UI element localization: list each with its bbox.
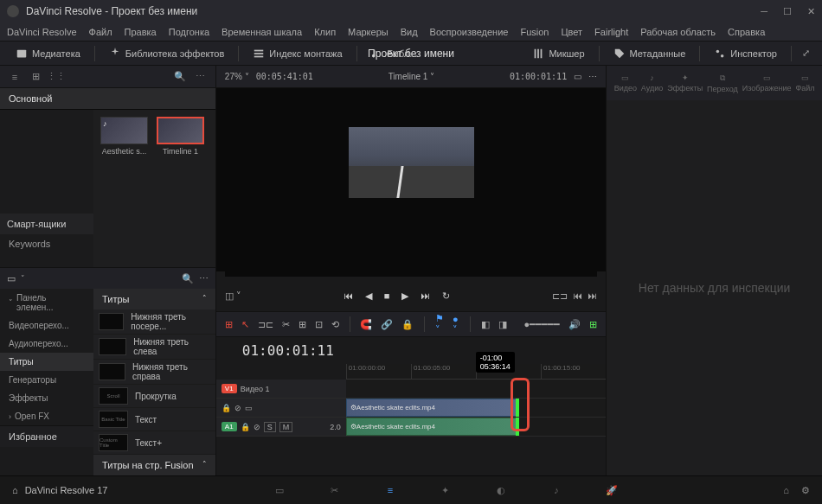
sort-button[interactable]: ⋮⋮ xyxy=(48,69,64,85)
match-frame-button[interactable]: ⊏⊐ xyxy=(552,290,568,302)
mixer-toggle[interactable]: Микшер xyxy=(525,45,591,62)
disable-icon[interactable]: ⊘ xyxy=(234,404,241,412)
mute-button[interactable]: M xyxy=(279,422,293,432)
tab-image[interactable]: ▭Изображение xyxy=(742,73,792,93)
effect-item[interactable]: Нижняя треть посере... xyxy=(93,309,215,335)
zoom-slider[interactable]: ●━━━━━ xyxy=(524,319,561,330)
overwrite-button[interactable]: ⊡ xyxy=(315,319,323,330)
effect-item[interactable]: Нижняя треть справа xyxy=(93,360,215,385)
menu-timeline[interactable]: Временная шкала xyxy=(222,27,302,37)
favorites-section[interactable]: Избранное xyxy=(0,425,93,447)
page-color[interactable]: ◐ xyxy=(491,480,511,501)
nav-effects[interactable]: Эффекты xyxy=(0,389,93,407)
lock-icon[interactable]: 🔒 xyxy=(222,404,231,412)
marker-dropdown[interactable]: ● ˅ xyxy=(453,314,459,335)
link-button[interactable]: 🔗 xyxy=(381,319,393,330)
effect-item[interactable]: Custom TitleТекст+ xyxy=(93,431,215,455)
page-deliver[interactable]: 🚀 xyxy=(601,480,622,501)
clip-thumb-timeline[interactable]: Timeline 1 xyxy=(157,117,204,156)
lock-button[interactable]: 🔒 xyxy=(401,319,414,330)
stop-button[interactable]: ■ xyxy=(384,290,390,301)
lock-icon[interactable]: 🔒 xyxy=(241,423,250,431)
search-icon[interactable]: 🔍 xyxy=(182,273,194,284)
viewer-mode-button[interactable]: ▭ xyxy=(574,72,581,81)
zoom-dropdown[interactable]: 27% ˅ xyxy=(225,72,249,81)
search-icon[interactable]: 🔍 xyxy=(172,69,188,85)
timeline-clip-video[interactable]: ⚙ Aesthetic skate edits.mp4 xyxy=(346,399,519,417)
track-header-a1[interactable]: A1 🔒 ⊘ S M 2.0 xyxy=(216,418,346,436)
bin-tab-main[interactable]: Основной xyxy=(0,88,215,110)
nav-toolbox[interactable]: ˅Панель элемен... xyxy=(0,289,93,316)
last-frame-button[interactable]: ⏭ xyxy=(421,290,430,301)
viewer-options-icon[interactable]: ⋯ xyxy=(588,72,597,81)
menu-markers[interactable]: Маркеры xyxy=(348,27,389,37)
effect-item[interactable]: ScrollПрокрутка xyxy=(93,385,215,408)
track-controls-v1[interactable]: 🔒 ⊘ ▭ xyxy=(216,399,346,417)
list-view-button[interactable]: ≡ xyxy=(7,69,22,85)
chevron-down-icon[interactable]: ˅ xyxy=(21,274,25,283)
clip-color-button[interactable]: ◧ xyxy=(481,319,490,330)
volume-icon[interactable]: 🔊 xyxy=(568,319,581,330)
nav-titles[interactable]: Титры xyxy=(0,353,93,371)
options-icon[interactable]: ⋯ xyxy=(193,69,209,85)
minimize-button[interactable]: ─ xyxy=(761,6,767,17)
solo-button[interactable]: S xyxy=(264,422,276,432)
expand-icon[interactable]: ⤢ xyxy=(799,48,813,59)
tab-audio[interactable]: ♪Аудио xyxy=(641,73,663,93)
clip-thumb[interactable]: ♪ Aesthetic s... xyxy=(100,117,148,156)
menu-edit[interactable]: Правка xyxy=(125,27,157,37)
trim-tool[interactable]: ⊐⊏ xyxy=(258,319,273,330)
viewer[interactable] xyxy=(216,88,606,271)
menu-davinci[interactable]: DaVinci Resolve xyxy=(7,27,77,37)
nav-generators[interactable]: Генераторы xyxy=(0,371,93,389)
first-frame-button[interactable]: ⏮ xyxy=(344,290,353,301)
tab-effects[interactable]: ✦Эффекты xyxy=(667,73,703,93)
timeline-view-icon[interactable]: ⊞ xyxy=(225,319,233,330)
menu-file[interactable]: Файл xyxy=(89,27,112,37)
project-manager-icon[interactable]: ⌂ xyxy=(783,485,789,496)
menu-playback[interactable]: Воспроизведение xyxy=(430,27,509,37)
close-button[interactable]: ✕ xyxy=(807,6,815,17)
blade-tool[interactable]: ✂ xyxy=(282,319,290,330)
effects-view-icon[interactable]: ▭ xyxy=(7,273,16,284)
tab-transition[interactable]: ⧉Переход xyxy=(707,73,738,93)
crop-tool-icon[interactable]: ◫ ˅ xyxy=(225,290,241,302)
page-media[interactable]: ▭ xyxy=(269,480,290,501)
snap-button[interactable]: 🧲 xyxy=(360,319,372,330)
menu-trim[interactable]: Подгонка xyxy=(169,27,209,37)
tab-video[interactable]: ▭Видео xyxy=(614,73,637,93)
loop-button[interactable]: ↻ xyxy=(442,290,450,302)
insert-button[interactable]: ⊞ xyxy=(299,319,306,330)
play-reverse-button[interactable]: ◀ xyxy=(365,290,372,302)
menu-clip[interactable]: Клип xyxy=(314,27,336,37)
track-header-v1[interactable]: V1 Видео 1 xyxy=(216,380,346,398)
timeline-clip-audio[interactable]: ⚙ Aesthetic skate edits.mp4 xyxy=(346,418,519,436)
menu-color[interactable]: Цвет xyxy=(561,27,582,37)
page-cut[interactable]: ✂ xyxy=(324,480,345,501)
smartbins-header[interactable]: Смарт-ящики xyxy=(0,214,93,234)
smartbin-keywords[interactable]: Keywords xyxy=(0,234,93,253)
options-icon[interactable]: ⋯ xyxy=(199,273,209,284)
nav-openfx[interactable]: ›Open FX xyxy=(0,407,93,425)
timeline-selector[interactable]: Timeline 1 ˅ xyxy=(389,72,435,81)
menu-fairlight[interactable]: Fairlight xyxy=(594,27,628,37)
menu-workspace[interactable]: Рабочая область xyxy=(640,27,716,37)
nav-audio-transitions[interactable]: Аудиоперехо... xyxy=(0,335,93,353)
menu-view[interactable]: Вид xyxy=(401,27,418,37)
home-icon[interactable]: ⌂ xyxy=(12,485,18,495)
menu-fusion[interactable]: Fusion xyxy=(520,27,549,37)
metadata-toggle[interactable]: Метаданные xyxy=(607,45,693,62)
nav-video-transitions[interactable]: Видеоперехо... xyxy=(0,316,93,335)
replace-button[interactable]: ⟲ xyxy=(331,319,339,330)
prev-edit-button[interactable]: ⏮ xyxy=(573,290,582,301)
disable-icon[interactable]: ⊘ xyxy=(254,423,260,431)
effects-library-toggle[interactable]: Библиотека эффектов xyxy=(102,45,232,62)
clip-color-button-2[interactable]: ◨ xyxy=(498,319,507,330)
next-edit-button[interactable]: ⏭ xyxy=(588,290,597,301)
effect-item[interactable]: Нижняя треть слева xyxy=(93,335,215,360)
scrubber[interactable] xyxy=(225,271,597,277)
play-button[interactable]: ▶ xyxy=(401,290,408,302)
maximize-button[interactable]: ☐ xyxy=(783,6,792,17)
rect-icon[interactable]: ▭ xyxy=(245,404,253,412)
edit-index-toggle[interactable]: Индекс монтажа xyxy=(246,45,349,62)
